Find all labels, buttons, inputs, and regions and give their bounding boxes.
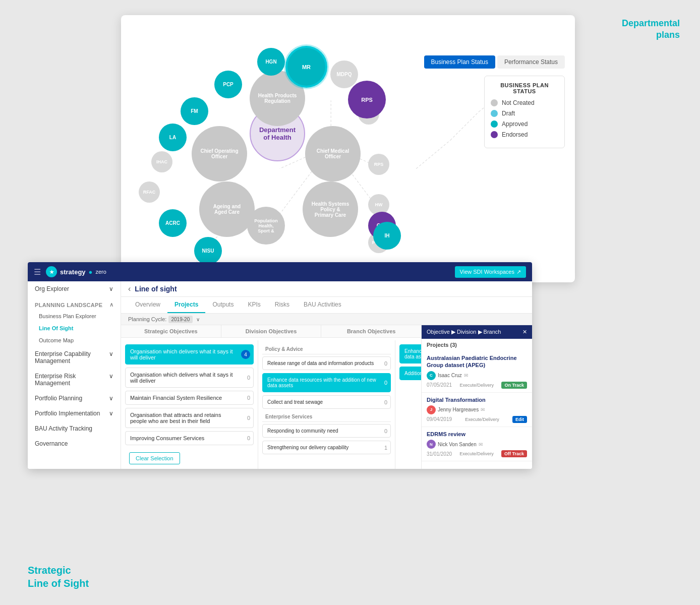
phase-dt: Execute/Delivery — [465, 417, 499, 422]
sidebar-section-planning[interactable]: Planning Landscape ∧ — [28, 296, 121, 310]
col-header-division: Division Objectives — [221, 325, 322, 337]
div-section-enterprise: Enterprise Services — [262, 412, 391, 422]
node-cmo[interactable]: Chief MedicalOfficer — [305, 126, 361, 182]
project-row-edrms: 31/01/2020 Execute/Delivery Off Track — [427, 450, 527, 457]
node-mr[interactable]: MR — [287, 48, 325, 86]
card-tabs: Business Plan Status Performance Status — [424, 55, 565, 69]
div-obj-enhance[interactable]: Enhance data resources with the addition… — [262, 373, 391, 392]
status-edrms: Off Track — [501, 450, 527, 457]
project-item-dt[interactable]: Digital Transformation J Jenny Hargreave… — [422, 393, 532, 427]
person-icon-dt: ✉ — [481, 407, 485, 412]
back-button[interactable]: ‹ — [128, 284, 131, 293]
project-meta-apeg: C Isaac Cruz ✉ — [427, 371, 527, 380]
node-rps-outer2[interactable]: RPS — [368, 154, 389, 175]
avatar-jenny: J — [427, 405, 436, 414]
logo-icon: ★ — [46, 266, 57, 277]
hamburger-icon[interactable]: ☰ — [34, 267, 41, 277]
sidebar-item-bau[interactable]: BAU Activity Tracking — [28, 421, 121, 436]
app-zero: zero — [95, 269, 106, 275]
obj-count-4: 0 — [247, 415, 250, 421]
legend-dot-approved — [491, 120, 498, 128]
tab-business-plan[interactable]: Business Plan Status — [424, 55, 495, 69]
strategic-obj-3[interactable]: Maintain Financial System Resilience 0 — [125, 391, 254, 405]
person-icon-edrms: ✉ — [479, 442, 483, 447]
status-dt: Edit — [512, 416, 527, 423]
tab-outputs[interactable]: Outputs — [205, 297, 241, 313]
project-meta-dt: J Jenny Hargreaves ✉ — [427, 405, 527, 414]
node-ih[interactable]: IH — [373, 222, 401, 250]
obj-count-1: 4 — [241, 350, 250, 359]
obj-count-2: 0 — [247, 375, 250, 381]
tab-performance[interactable]: Performance Status — [497, 55, 565, 69]
project-item-apeg[interactable]: Australasian Paediatric Endocrine Group … — [422, 351, 532, 393]
sidebar-item-governance[interactable]: Governance — [28, 436, 121, 451]
departmental-plans-label: Departmentalplans — [622, 18, 680, 41]
rp-section-title: Projects (3) — [422, 339, 532, 351]
node-acrc[interactable]: ACRC — [159, 209, 187, 237]
strategic-obj-1[interactable]: Organisation which delivers what it says… — [125, 344, 254, 365]
sidebar-item-portfolio-planning[interactable]: Portfolio Planning ∨ — [28, 391, 121, 406]
node-coo[interactable]: Chief OperatingOfficer — [192, 126, 247, 182]
strategic-obj-5[interactable]: Improving Consumer Services 0 — [125, 431, 254, 445]
sidebar-item-portfolio-impl[interactable]: Portfolio Implementation ∨ — [28, 406, 121, 421]
person-name-jenny: Jenny Hargreaves — [438, 407, 479, 412]
view-sdi-button[interactable]: View SDI Workspaces ↗ — [455, 266, 526, 278]
strategic-obj-4[interactable]: Organisation that attracts and retains p… — [125, 408, 254, 428]
tab-projects[interactable]: Projects — [167, 297, 205, 313]
node-fm[interactable]: FM — [181, 97, 208, 125]
obj-count-5: 0 — [247, 435, 250, 441]
project-row-dt: 09/04/2019 Execute/Delivery Edit — [427, 416, 527, 423]
sidebar-item-ecm[interactable]: Enterprise Capability Management ∨ — [28, 346, 121, 369]
div-obj-sewage[interactable]: Collect and treat sewage 0 — [262, 395, 391, 409]
legend-title: BUSINESS PLAN STATUS — [491, 82, 558, 94]
clear-selection-button[interactable]: Clear Selection — [129, 452, 180, 464]
close-panel-button[interactable]: ✕ — [522, 329, 527, 335]
tab-kpis[interactable]: KPIs — [241, 297, 267, 313]
sidebar-item-erm[interactable]: Enterprise Risk Management ∨ — [28, 369, 121, 391]
node-ihac[interactable]: IHAC — [151, 151, 172, 172]
tab-bau-activities[interactable]: BAU Activities — [297, 297, 348, 313]
node-aged-care[interactable]: Ageing andAged Care — [199, 182, 255, 237]
node-rps-purple[interactable]: RPS — [348, 81, 386, 118]
departmental-plans-card: Departmentof Health Health ProductsRegul… — [121, 15, 575, 282]
main-content: Strategic Objectives Division Objectives… — [121, 325, 532, 469]
node-pcp[interactable]: PCP — [214, 71, 242, 98]
project-item-edrms[interactable]: EDRMS review N Nick Von Sanden ✉ 31/01/2… — [422, 427, 532, 461]
node-health-systems[interactable]: Health SystemsPolicy &Primary Care — [303, 182, 358, 237]
tab-risks[interactable]: Risks — [268, 297, 297, 313]
legend-dot-not-created — [491, 99, 498, 106]
app-name: strategy — [60, 268, 86, 276]
sidebar-sub-line-of-sight[interactable]: Line Of Sight — [28, 322, 121, 334]
div-obj-release[interactable]: Release range of data and information pr… — [262, 356, 391, 370]
node-mdpq[interactable]: MDPQ — [330, 60, 358, 88]
rp-header: Objective ▶ Division ▶ Branch ✕ — [422, 325, 532, 339]
sidebar-item-org-explorer[interactable]: Org Explorer ∨ — [28, 281, 121, 296]
strategic-col: Organisation which delivers what it says… — [121, 340, 258, 469]
svg-line-7 — [450, 112, 479, 140]
legend-box: BUSINESS PLAN STATUS Not Created Draft A… — [484, 76, 565, 148]
status-apeg: On Track — [501, 382, 527, 389]
sidebar: Org Explorer ∨ Planning Landscape ∧ Busi… — [28, 281, 121, 469]
sidebar-sub-business-plan[interactable]: Business Plan Explorer — [28, 310, 121, 322]
project-name-apeg: Australasian Paediatric Endocrine Group … — [427, 354, 527, 369]
node-hgn[interactable]: HGN — [257, 48, 285, 76]
phase-edrms: Execute/Delivery — [459, 451, 494, 456]
col-header-strategic: Strategic Objectives — [121, 325, 221, 337]
div-obj-community[interactable]: Responding to community need 0 — [262, 424, 391, 438]
div-section-policy: Policy & Advice — [262, 344, 391, 354]
node-population[interactable]: Population Health,Sport & — [247, 207, 285, 245]
div-obj-delivery[interactable]: Strengthening our delivery capability 1 — [262, 441, 391, 454]
cycle-badge[interactable]: 2019-20 — [168, 316, 193, 323]
tab-overview[interactable]: Overview — [128, 297, 167, 313]
node-nisu[interactable]: NISU — [194, 237, 222, 265]
los-title: Line of sight — [135, 285, 177, 293]
project-name-dt: Digital Transformation — [427, 396, 527, 403]
sidebar-sub-outcome-map[interactable]: Outcome Map — [28, 334, 121, 346]
node-la[interactable]: LA — [159, 124, 187, 151]
node-rfac[interactable]: RFAC — [139, 182, 160, 203]
legend-endorsed: Endorsed — [491, 131, 558, 138]
strategic-label: Strategic Line of Sight — [28, 564, 89, 590]
app-logo: ★ strategy ● zero — [46, 266, 106, 277]
los-header: ‹ Line of sight — [121, 281, 532, 297]
strategic-obj-2[interactable]: Organisation which delivers what it says… — [125, 368, 254, 388]
